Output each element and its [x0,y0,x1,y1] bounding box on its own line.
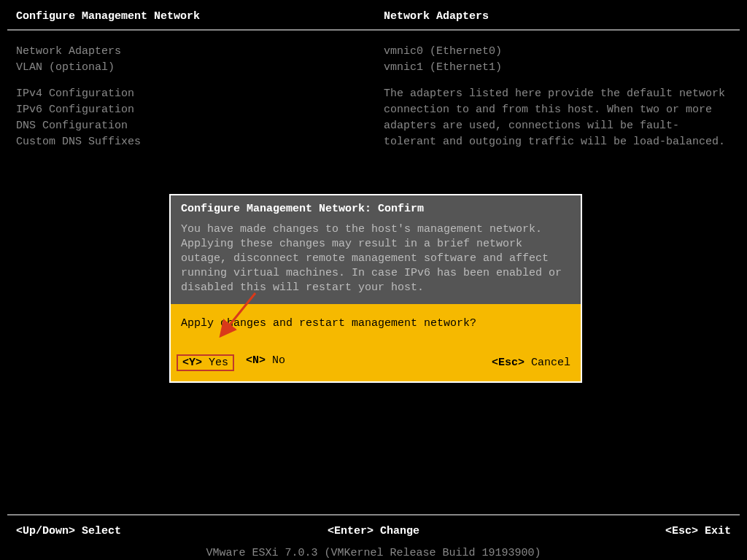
adapter-row: vmnic1 (Ethernet1) [384,60,729,76]
menu-item-network-adapters[interactable]: Network Adapters [16,44,141,60]
yes-button[interactable]: <Y> Yes [177,354,234,371]
cancel-key: <Esc> [492,357,525,369]
footer-divider [7,514,740,516]
yes-key: <Y> [182,357,202,369]
confirm-dialog: Configure Management Network: Confirm Yo… [169,194,582,383]
detail-panel: vmnic0 (Ethernet0) vmnic1 (Ethernet1) Th… [384,44,729,150]
no-key: <N> [246,354,266,367]
menu-item-ipv4[interactable]: IPv4 Configuration [16,86,141,102]
yes-label: Yes [209,357,228,369]
no-label: No [272,354,285,367]
dialog-question: Apply changes and restart management net… [181,317,570,330]
adapter-row: vmnic0 (Ethernet0) [384,44,729,60]
footer-hint-exit: <Esc> Exit [665,525,731,537]
footer-hint-change: <Enter> Change [0,525,747,537]
dcui-screen: Configure Management Network Network Ada… [0,0,747,560]
menu-item-ipv6[interactable]: IPv6 Configuration [16,102,141,118]
menu-item-vlan[interactable]: VLAN (optional) [16,60,141,76]
no-button[interactable]: <N> No [246,354,285,371]
config-menu: Network Adapters VLAN (optional) IPv4 Co… [16,44,141,150]
dialog-title: Configure Management Network: Confirm [181,203,570,215]
menu-item-dns[interactable]: DNS Configuration [16,118,141,134]
cancel-button[interactable]: <Esc> Cancel [492,357,570,369]
cancel-label: Cancel [531,357,570,369]
header-divider [7,29,740,31]
page-title-left: Configure Management Network [16,10,200,23]
page-title-right: Network Adapters [384,10,489,23]
adapter-description: The adapters listed here provide the def… [384,86,729,150]
dialog-body: You have made changes to the host's mana… [181,222,570,295]
product-version: VMware ESXi 7.0.3 (VMKernel Release Buil… [0,547,747,559]
menu-item-dns-suffixes[interactable]: Custom DNS Suffixes [16,134,141,150]
